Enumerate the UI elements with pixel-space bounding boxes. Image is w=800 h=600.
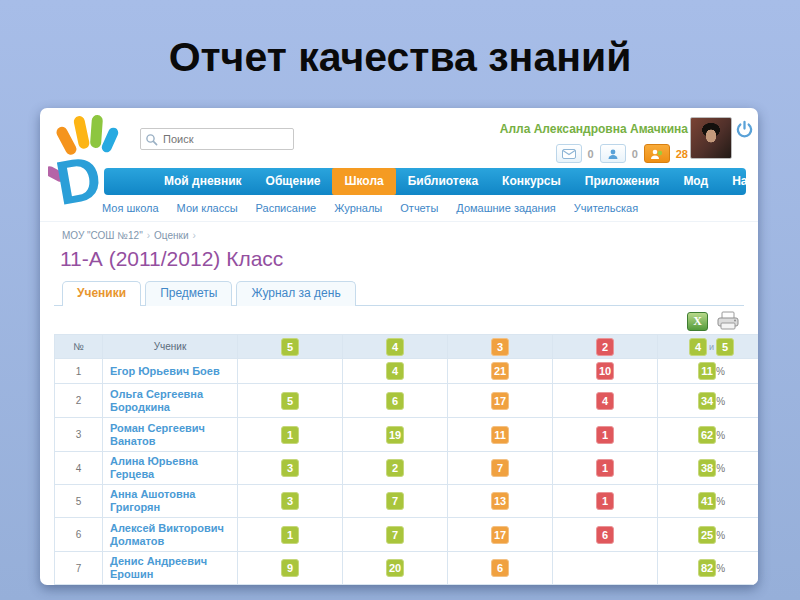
grade2-cell: 1 <box>553 418 658 452</box>
row-number: 1 <box>55 359 103 384</box>
percent-cell: 34% <box>658 384 759 418</box>
subnav-item[interactable]: Журналы <box>334 202 382 214</box>
student-name-link[interactable]: Ольга Сергеевна Бородкина <box>103 384 238 418</box>
percent-sign: % <box>716 496 725 507</box>
grade-badge: 1 <box>596 426 614 444</box>
breadcrumb-item[interactable]: Оценки <box>154 230 188 241</box>
nav-item-Приложения[interactable]: Приложения <box>573 168 672 195</box>
student-name-link[interactable]: Егор Юрьевич Боев <box>103 359 238 384</box>
contacts-icon[interactable] <box>600 144 626 163</box>
search-icon <box>145 132 158 150</box>
excel-export-icon[interactable]: X <box>687 312 708 331</box>
nav-item-Мод[interactable]: Мод <box>671 168 720 195</box>
breadcrumb-item[interactable]: МОУ "СОШ №12" <box>62 230 143 241</box>
percent-sign: % <box>716 463 725 474</box>
grade4-cell: 6 <box>343 384 448 418</box>
percent-sign: % <box>716 366 725 377</box>
svg-text:D: D <box>50 142 106 209</box>
user-name[interactable]: Алла Александровна Амачкина <box>500 122 688 136</box>
grade5-cell: 3 <box>238 485 343 518</box>
user-avatar[interactable] <box>690 117 732 159</box>
app-header: D Алла Александровна Амачкина 0 <box>40 108 758 168</box>
tab-Журнал за день[interactable]: Журнал за день <box>236 281 355 306</box>
grade-badge: 3 <box>491 338 509 356</box>
slide-title: Отчет качества знаний <box>0 34 800 81</box>
grade-badge: 7 <box>386 526 404 544</box>
student-name-link[interactable]: Роман Сергеевич Ванатов <box>103 418 238 452</box>
percent-cell: 62% <box>658 418 759 452</box>
percent-cell: 38% <box>658 452 759 485</box>
grade4-cell: 8 <box>343 585 448 586</box>
combo-separator: и <box>709 342 714 352</box>
page-content: МОУ "СОШ №12"›Оценки› 11-А (2011/2012) К… <box>40 230 758 585</box>
notifications-icon[interactable] <box>644 144 670 163</box>
subnav-item[interactable]: Расписание <box>256 202 317 214</box>
grade-badge: 38 <box>698 459 716 477</box>
grade-badge: 11 <box>491 426 509 444</box>
student-name-link[interactable]: Алина Юрьевна Герцева <box>103 452 238 485</box>
search-box <box>140 128 294 150</box>
tab-Предметы[interactable]: Предметы <box>145 281 232 306</box>
grade5-cell <box>238 359 343 384</box>
grade-badge: 7 <box>491 459 509 477</box>
tab-strip: УченикиПредметыЖурнал за день <box>54 281 744 306</box>
nav-item-Библиотека[interactable]: Библиотека <box>396 168 490 195</box>
grade3-cell: 17 <box>448 384 553 418</box>
tab-Ученики[interactable]: Ученики <box>62 281 141 306</box>
student-name-link[interactable]: Денис Андреевич Ерошин <box>103 552 238 585</box>
grade3-cell: 17 <box>448 518 553 552</box>
subnav-item[interactable]: Мои классы <box>177 202 238 214</box>
percent-cell: 41% <box>658 485 759 518</box>
subnav-item[interactable]: Отчеты <box>400 202 438 214</box>
nav-item-Общение[interactable]: Общение <box>254 168 333 195</box>
student-name-link[interactable]: Алексей Викторович Долматов <box>103 518 238 552</box>
grade-badge: 4 <box>596 392 614 410</box>
student-name-link[interactable]: Елена Николаевна Китич <box>103 585 238 586</box>
mail-count: 0 <box>588 148 594 160</box>
grade-badge: 6 <box>491 559 509 577</box>
subnav-item[interactable]: Домашние задания <box>456 202 555 214</box>
percent-sign: % <box>716 529 725 540</box>
grade4-cell: 7 <box>343 518 448 552</box>
grade3-cell: 7 <box>448 452 553 485</box>
table-row: 3 Роман Сергеевич Ванатов 1 19 11 1 62% <box>55 418 759 452</box>
nav-item-Мой дневник[interactable]: Мой дневник <box>152 168 254 195</box>
subnav-item[interactable]: Учительская <box>574 202 638 214</box>
table-row: 7 Денис Андреевич Ерошин 9 20 6 82% <box>55 552 759 585</box>
print-icon[interactable] <box>716 311 740 331</box>
col-header-num: № <box>55 335 103 359</box>
nav-item-Конкурсы[interactable]: Конкурсы <box>490 168 573 195</box>
grade-badge: 1 <box>281 426 299 444</box>
grade4-cell: 2 <box>343 452 448 485</box>
row-number: 3 <box>55 418 103 452</box>
grade-badge: 1 <box>596 492 614 510</box>
row-number: 7 <box>55 552 103 585</box>
grade-badge: 5 <box>281 392 299 410</box>
table-toolbar: X <box>54 306 744 334</box>
search-input[interactable] <box>161 130 291 148</box>
logout-power-icon[interactable] <box>735 120 754 143</box>
grade-badge: 6 <box>386 392 404 410</box>
table-row: 8 Елена Николаевна Китич 1 8 14 5 32% <box>55 585 759 586</box>
student-name-link[interactable]: Анна Ашотовна Григорян <box>103 485 238 518</box>
row-number: 5 <box>55 485 103 518</box>
grade-badge: 21 <box>491 362 509 380</box>
col-header-4and5: 4и5 <box>658 335 759 359</box>
breadcrumb-separator: › <box>147 230 150 241</box>
grade-badge: 13 <box>491 492 509 510</box>
breadcrumb: МОУ "СОШ №12"›Оценки› <box>62 230 744 244</box>
breadcrumb-separator: › <box>193 230 196 241</box>
col-header-grade2: 2 <box>553 335 658 359</box>
grade4-cell: 4 <box>343 359 448 384</box>
mail-icon[interactable] <box>556 144 582 163</box>
percent-sign: % <box>716 395 725 406</box>
grade-badge: 9 <box>281 559 299 577</box>
grade-badge: 17 <box>491 392 509 410</box>
grade-badge: 11 <box>698 362 716 380</box>
percent-cell: 32% <box>658 585 759 586</box>
nav-item-Школа[interactable]: Школа <box>332 168 395 195</box>
grade-badge: 25 <box>698 526 716 544</box>
dnevnik-logo-icon[interactable]: D <box>48 113 124 209</box>
grade2-cell: 4 <box>553 384 658 418</box>
nav-item-Настройки[interactable]: Настройки <box>720 168 758 195</box>
